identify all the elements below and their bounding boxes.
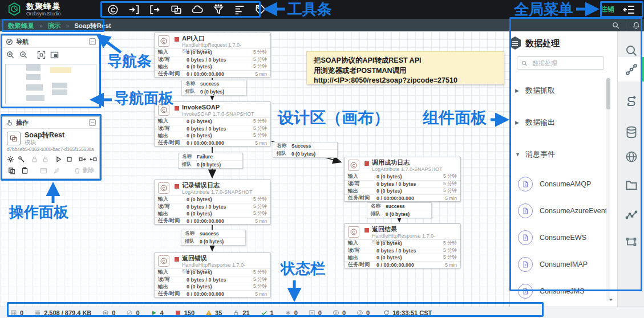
connection-label[interactable]: 名称Failure 排队0 (0 bytes) (178, 153, 243, 169)
processor-card[interactable]: 记录错误日志 LogAttribute 1.7.0-SNAPSHOT 输入 0 … (154, 180, 271, 225)
processor-card[interactable]: 调用成功日志 LogAttribute 1.7.0-SNAPSHOT 输入 0 … (344, 157, 461, 202)
breadcrumb-separator: » (39, 23, 43, 29)
component-search-input[interactable] (531, 59, 600, 67)
strip-lasso-icon[interactable] (618, 230, 644, 254)
processor-stat-row: 输出 0 (0 bytes) 5 分钟 (345, 254, 460, 261)
status-not-transmitting: 0 (126, 309, 139, 316)
status-locally-modified-stale: 0 (333, 309, 346, 316)
processor-stat-row: 输出 0 (0 bytes) 5 分钟 (155, 63, 270, 70)
copy-button[interactable] (6, 165, 17, 176)
strip-database-icon[interactable] (618, 120, 644, 144)
component-item[interactable]: ConsumeAMQP (510, 170, 608, 197)
processor-icon[interactable] (106, 3, 120, 17)
processor-stat-row: 读/写 0 bytes / 0 bytes 5 分钟 (345, 247, 460, 254)
processor-doc-icon (518, 177, 533, 191)
strip-globe-icon[interactable] (618, 144, 644, 169)
minimize-nav-button[interactable]: – (89, 38, 96, 45)
fit-screen-button[interactable] (37, 50, 46, 60)
breadcrumb-item[interactable]: 数聚蜂巢 (8, 22, 34, 29)
strip-data-flow-icon[interactable] (618, 88, 644, 113)
component-item[interactable]: ConsumeEWS (510, 224, 608, 251)
chevron-down-icon[interactable] (607, 296, 614, 303)
funnel-icon[interactable] (212, 3, 225, 17)
processor-stat-row: 任务/时间 0 / 00:00:00.000 5 min (155, 217, 270, 225)
connection-label[interactable]: 名称Success 排队0 (0 bytes) (273, 142, 338, 158)
output-port-icon[interactable] (148, 3, 162, 17)
logout-button[interactable]: 注销 (601, 5, 614, 14)
component-search-box (517, 56, 604, 70)
locally-modified-stale-icon (333, 309, 339, 316)
up-to-date-icon (261, 309, 268, 316)
strip-folder-icon[interactable] (618, 173, 644, 197)
scrollbar-thumb[interactable] (606, 78, 610, 109)
label-icon[interactable] (254, 3, 268, 17)
panel-scrollbar[interactable] (606, 77, 610, 301)
breadcrumb-item[interactable]: 演示 (48, 22, 61, 29)
zoom-in-button[interactable] (6, 50, 15, 60)
global-menu-icon[interactable] (622, 3, 636, 17)
connection-label[interactable]: 名称success 排队0 (0 bytes) (181, 230, 246, 246)
search-icon (521, 60, 528, 67)
status-stale: 0 (309, 309, 322, 316)
section-hexagon-icon (508, 36, 522, 51)
start-button[interactable] (54, 154, 63, 164)
processor-card[interactable]: API入口 HandleHttpRequest 1.7.0-SNAPSHOT 输… (154, 32, 271, 78)
stale-icon (309, 309, 315, 316)
lock-button[interactable] (30, 154, 39, 164)
selected-component-type: 模块 (25, 139, 64, 145)
connection-label[interactable]: 名称success 排队0 (0 bytes) (181, 80, 246, 96)
app-logo[interactable]: 数聚蜂巢 Orchsym Studio (7, 2, 60, 17)
operate-panel-title: 操作 (16, 119, 86, 127)
notifications-bell-icon[interactable] (632, 21, 641, 30)
breadcrumb-item: Soap转Rest (74, 22, 111, 29)
input-port-icon[interactable] (127, 3, 141, 17)
processor-icon (158, 35, 169, 47)
panel-search-icon[interactable] (611, 21, 620, 30)
remote-process-group-icon[interactable] (191, 3, 204, 17)
processor-stat-row: 输出 0 (0 bytes) 5 分钟 (155, 132, 270, 139)
connection-label[interactable]: 名称success 排队0 (0 bytes) (367, 202, 432, 218)
component-category[interactable]: ▶ 数据抓取 (510, 75, 608, 107)
process-group-icon[interactable] (169, 3, 183, 17)
caret-right-icon: ▶ (515, 88, 521, 93)
app-subtitle: Orchsym Studio (26, 11, 60, 17)
processor-stat-row: 任务/时间 0 / 00:00:00.000 5 min (155, 70, 270, 78)
group-button[interactable] (38, 165, 49, 176)
paste-button[interactable] (19, 165, 30, 176)
zoom-out-button[interactable] (19, 50, 29, 60)
component-category[interactable]: ▶ 数据输出 (510, 107, 608, 138)
processor-type: LogAttribute 1.7.0-SNAPSHOT (372, 166, 443, 172)
processor-card[interactable]: InvokeSOAP InvokeSOAP 1.7.0-SNAPSHOT 输入 … (154, 101, 271, 146)
color-button[interactable] (51, 165, 62, 176)
processor-name: API入口 (182, 35, 267, 42)
enable-button[interactable] (78, 154, 87, 164)
minimap[interactable] (5, 64, 96, 104)
access-policies-key-button[interactable] (17, 154, 26, 164)
processor-stat-row: 输出 0 (0 bytes) 5 分钟 (155, 283, 270, 290)
template-icon[interactable] (233, 3, 246, 17)
stop-button[interactable] (65, 154, 74, 164)
delete-button[interactable]: 删除 (74, 165, 94, 176)
component-item[interactable]: ConsumeJMS (510, 278, 608, 304)
unlock-button[interactable] (41, 154, 50, 164)
processor-card[interactable]: 返回结果 HandleHttpResponse 1.7.0-SNAPSHOT 输… (344, 223, 461, 268)
app-title: 数聚蜂巢 (26, 2, 60, 10)
refresh-icon[interactable] (383, 309, 390, 316)
component-category[interactable]: ▼ 消息事件 (510, 138, 608, 170)
strip-process-chain-icon[interactable] (618, 57, 644, 81)
disable-button[interactable] (89, 154, 98, 164)
disabled-icon (233, 309, 240, 316)
processor-name: 记录错误日志 (182, 182, 253, 189)
processor-card[interactable]: 返回错误 HandleHttpResponse 1.7.0-SNAPSHOT 输… (154, 252, 271, 297)
configure-button[interactable] (6, 154, 15, 164)
actual-size-button[interactable] (50, 50, 59, 60)
selected-component-name: Soap转Rest (25, 132, 64, 139)
strip-line-chart-icon[interactable] (618, 202, 644, 227)
component-item[interactable]: ConsumeIMAP (510, 251, 608, 278)
processor-stat-row: 任务/时间 0 / 00:00:00.000 5 min (345, 194, 460, 202)
minimize-operate-button[interactable]: – (89, 119, 96, 126)
stopped-status-icon (364, 228, 369, 233)
component-item[interactable]: ConsumeAzureEventHub (510, 197, 608, 224)
canvas-note-label[interactable]: 把SOAP协议的API转成REST API 用浏览器或者POSTMAN调用 ht… (306, 51, 504, 84)
processor-icon (348, 226, 359, 238)
